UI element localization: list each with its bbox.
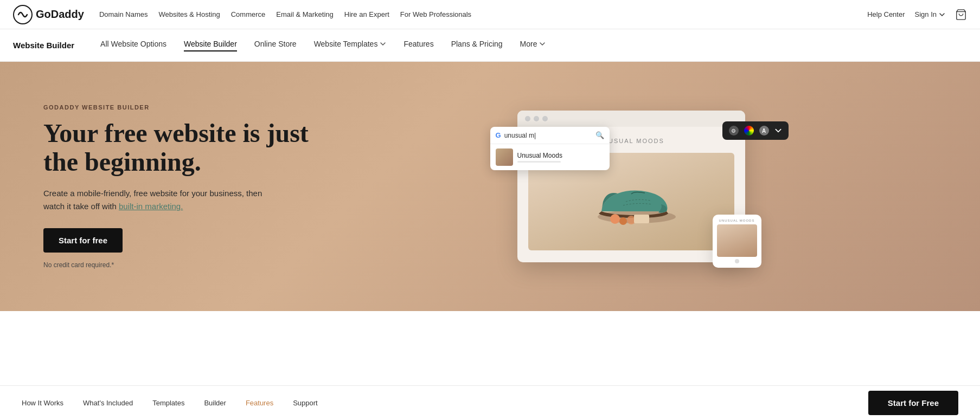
nav-link-websites-hosting[interactable]: Websites & Hosting <box>159 10 220 18</box>
browser-title-bar <box>517 111 745 127</box>
sec-nav-plans-pricing[interactable]: Plans & Pricing <box>451 40 503 51</box>
hero-section: GODADDY WEBSITE BUILDER Your free websit… <box>0 62 980 311</box>
secondary-nav-links: All Website Options Website Builder Onli… <box>100 40 546 51</box>
secondary-nav-brand: Website Builder <box>13 41 74 50</box>
nav-link-web-professionals[interactable]: For Web Professionals <box>400 10 471 18</box>
sec-nav-more[interactable]: More <box>520 40 546 51</box>
hero-description: Create a mobile-friendly, free website f… <box>43 187 271 213</box>
hero-eyebrow: GODADDY WEBSITE BUILDER <box>43 104 325 111</box>
shoe-illustration <box>582 169 680 234</box>
toolbar-dropdown-icon <box>774 127 782 134</box>
top-nav-links: Domain Names Websites & Hosting Commerce… <box>99 10 867 18</box>
help-center-link[interactable]: Help Center <box>867 10 905 18</box>
hero-note: No credit card required.* <box>43 261 325 269</box>
svg-rect-6 <box>634 215 649 223</box>
result-subtitle-line <box>517 161 561 163</box>
hero-cta-button[interactable]: Start for free <box>43 228 123 253</box>
browser-dot-3 <box>542 116 548 121</box>
text-toolbar-icon: A <box>759 126 769 135</box>
result-title: Unusual Moods <box>517 152 562 159</box>
sec-nav-online-store[interactable]: Online Store <box>254 40 297 51</box>
mobile-preview-bottom <box>717 259 757 263</box>
nav-link-domain-names[interactable]: Domain Names <box>99 10 148 18</box>
browser-mockup: G unusual m| 🔍 Unusual Moods ⚙ A <box>517 111 745 262</box>
nav-link-email-marketing[interactable]: Email & Marketing <box>276 10 333 18</box>
mobile-preview-card: UNUSUAL MOODS <box>713 215 761 268</box>
browser-dot-1 <box>525 116 530 121</box>
google-search-icon: 🔍 <box>595 131 604 139</box>
google-result-item: Unusual Moods <box>490 144 610 170</box>
hero-visual: G unusual m| 🔍 Unusual Moods ⚙ A <box>325 94 937 279</box>
sec-nav-website-templates[interactable]: Website Templates <box>314 40 387 51</box>
mobile-preview-image <box>717 224 757 257</box>
mobile-preview-dot <box>735 259 739 263</box>
hero-title: Your free website is just the beginning. <box>43 119 325 177</box>
godaddy-logo[interactable]: GoDaddy <box>13 5 84 24</box>
sec-nav-all-website-options[interactable]: All Website Options <box>100 40 166 51</box>
hero-desc-link[interactable]: built-in marketing. <box>119 202 183 211</box>
result-info: Unusual Moods <box>517 152 562 163</box>
svg-point-3 <box>610 214 620 224</box>
nav-link-hire-expert[interactable]: Hire an Expert <box>344 10 389 18</box>
google-g-icon: G <box>496 131 501 139</box>
cart-button[interactable] <box>955 9 967 21</box>
google-search-input-text: unusual m| <box>504 132 592 139</box>
hero-content: GODADDY WEBSITE BUILDER Your free websit… <box>43 104 325 269</box>
sec-nav-features[interactable]: Features <box>403 40 433 51</box>
google-search-bar: G unusual m| 🔍 <box>490 127 610 144</box>
result-thumbnail <box>496 148 513 166</box>
top-nav-right: Help Center Sign In <box>867 9 967 21</box>
svg-point-4 <box>619 217 627 225</box>
chevron-down-icon <box>539 41 546 47</box>
nav-link-commerce[interactable]: Commerce <box>231 10 266 18</box>
cart-icon <box>955 9 967 21</box>
godaddy-logo-text: GoDaddy <box>36 8 84 21</box>
secondary-navigation: Website Builder All Website Options Webs… <box>0 29 980 62</box>
chevron-down-icon <box>939 11 945 18</box>
editor-toolbar: ⚙ A <box>722 121 789 140</box>
color-toolbar-icon <box>744 126 754 135</box>
sec-nav-website-builder[interactable]: Website Builder <box>184 40 237 51</box>
gear-toolbar-icon: ⚙ <box>729 126 739 135</box>
mobile-preview-title: UNUSUAL MOODS <box>717 219 757 222</box>
chevron-down-icon <box>380 41 386 47</box>
browser-dot-2 <box>534 116 539 121</box>
top-navigation: GoDaddy Domain Names Websites & Hosting … <box>0 0 980 29</box>
google-search-popup: G unusual m| 🔍 Unusual Moods <box>490 127 610 170</box>
sign-in-button[interactable]: Sign In <box>915 10 945 18</box>
